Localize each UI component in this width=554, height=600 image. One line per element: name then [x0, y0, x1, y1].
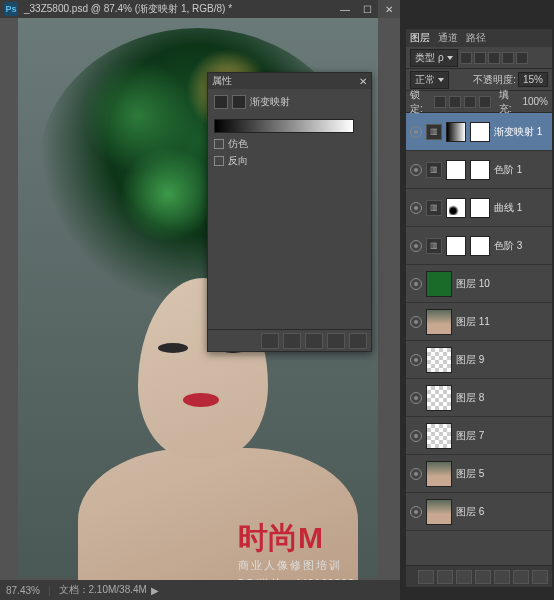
- new-layer-icon[interactable]: [513, 570, 529, 584]
- layer-thumb[interactable]: [426, 423, 452, 449]
- visibility-toggle-icon[interactable]: [410, 430, 422, 442]
- layer-row[interactable]: ▥色阶 3: [406, 227, 552, 265]
- gradient-preview[interactable]: [214, 119, 354, 133]
- minimize-button[interactable]: —: [334, 0, 356, 18]
- filter-adj-icon[interactable]: [474, 52, 486, 64]
- lock-pixels-icon[interactable]: [449, 96, 461, 108]
- visibility-toggle-icon[interactable]: [410, 468, 422, 480]
- layer-name-label[interactable]: 图层 6: [456, 505, 484, 519]
- delete-layer-icon[interactable]: [532, 570, 548, 584]
- layer-thumb[interactable]: [426, 271, 452, 297]
- link-layers-icon[interactable]: [418, 570, 434, 584]
- layer-row[interactable]: 图层 11: [406, 303, 552, 341]
- zoom-level[interactable]: 87.43%: [6, 585, 40, 596]
- layer-thumb[interactable]: [426, 499, 452, 525]
- reset-icon[interactable]: [305, 333, 323, 349]
- layer-row[interactable]: ▥渐变映射 1: [406, 113, 552, 151]
- layer-mask-thumb[interactable]: [470, 198, 490, 218]
- fill-input[interactable]: 100%: [522, 96, 548, 107]
- clip-layer-icon[interactable]: [261, 333, 279, 349]
- tab-channels[interactable]: 通道: [438, 31, 458, 45]
- layer-name-label[interactable]: 图层 11: [456, 315, 490, 329]
- blend-mode-dropdown[interactable]: 正常: [410, 71, 449, 89]
- visibility-toggle-icon[interactable]: [410, 164, 422, 176]
- filter-shape-icon[interactable]: [502, 52, 514, 64]
- mask-icon[interactable]: [232, 95, 246, 109]
- lock-position-icon[interactable]: [464, 96, 476, 108]
- layer-name-label[interactable]: 图层 9: [456, 353, 484, 367]
- layer-name-label[interactable]: 图层 5: [456, 467, 484, 481]
- delete-adjustment-icon[interactable]: [349, 333, 367, 349]
- layer-mask-thumb[interactable]: [470, 160, 490, 180]
- layer-name-label[interactable]: 曲线 1: [494, 201, 522, 215]
- titlebar[interactable]: Ps _33Z5800.psd @ 87.4% (渐变映射 1, RGB/8) …: [0, 0, 400, 18]
- view-previous-icon[interactable]: [283, 333, 301, 349]
- layer-mask-thumb[interactable]: [470, 236, 490, 256]
- filter-smart-icon[interactable]: [516, 52, 528, 64]
- panel-tabs[interactable]: 图层 通道 路径: [406, 29, 552, 47]
- properties-title: 属性: [212, 74, 232, 88]
- layers-panel[interactable]: 图层 通道 路径 类型 ρ 正常 不透明度: 15% 锁定: 填充: 100% …: [405, 28, 553, 588]
- reverse-checkbox[interactable]: [214, 156, 224, 166]
- layer-row[interactable]: ▥曲线 1: [406, 189, 552, 227]
- properties-header[interactable]: 属性 ✕: [208, 73, 371, 89]
- layer-row[interactable]: 图层 6: [406, 493, 552, 531]
- opacity-label: 不透明度:: [473, 73, 516, 87]
- layer-row[interactable]: 图层 5: [406, 455, 552, 493]
- layer-thumb[interactable]: [426, 461, 452, 487]
- layer-name-label[interactable]: 图层 8: [456, 391, 484, 405]
- adjustment-preview-thumb[interactable]: [446, 236, 466, 256]
- lock-transparency-icon[interactable]: [434, 96, 446, 108]
- close-button[interactable]: ✕: [378, 0, 400, 18]
- adjustment-thumb-icon[interactable]: ▥: [426, 124, 442, 140]
- layer-thumb[interactable]: [426, 347, 452, 373]
- fill-label: 填充:: [499, 88, 519, 116]
- adjustment-thumb-icon[interactable]: ▥: [426, 238, 442, 254]
- properties-close-icon[interactable]: ✕: [359, 76, 367, 87]
- adjustment-preview-thumb[interactable]: [446, 122, 466, 142]
- layer-name-label[interactable]: 渐变映射 1: [494, 125, 542, 139]
- layer-row[interactable]: 图层 7: [406, 417, 552, 455]
- adjustment-thumb-icon[interactable]: ▥: [426, 200, 442, 216]
- properties-panel[interactable]: 属性 ✕ 渐变映射 仿色 反向: [207, 72, 372, 352]
- visibility-toggle-icon[interactable]: [410, 316, 422, 328]
- filter-kind-dropdown[interactable]: 类型 ρ: [410, 49, 458, 67]
- layer-thumb[interactable]: [426, 309, 452, 335]
- layer-row[interactable]: 图层 8: [406, 379, 552, 417]
- new-group-icon[interactable]: [494, 570, 510, 584]
- layer-mask-icon[interactable]: [456, 570, 472, 584]
- layer-style-icon[interactable]: [437, 570, 453, 584]
- maximize-button[interactable]: ☐: [356, 0, 378, 18]
- visibility-toggle-icon[interactable]: [410, 506, 422, 518]
- layer-name-label[interactable]: 图层 7: [456, 429, 484, 443]
- lock-all-icon[interactable]: [479, 96, 491, 108]
- visibility-toggle-icon[interactable]: [410, 126, 422, 138]
- toggle-visibility-icon[interactable]: [327, 333, 345, 349]
- layer-name-label[interactable]: 色阶 3: [494, 239, 522, 253]
- visibility-toggle-icon[interactable]: [410, 278, 422, 290]
- layer-name-label[interactable]: 图层 10: [456, 277, 490, 291]
- dither-checkbox[interactable]: [214, 139, 224, 149]
- visibility-toggle-icon[interactable]: [410, 202, 422, 214]
- layer-thumb[interactable]: [426, 385, 452, 411]
- layer-row[interactable]: 图层 9: [406, 341, 552, 379]
- adjustment-preview-thumb[interactable]: [446, 160, 466, 180]
- gradient-map-icon: [214, 95, 228, 109]
- new-adjustment-icon[interactable]: [475, 570, 491, 584]
- tab-paths[interactable]: 路径: [466, 31, 486, 45]
- layer-row[interactable]: ▥色阶 1: [406, 151, 552, 189]
- filter-pixel-icon[interactable]: [460, 52, 472, 64]
- adjustment-thumb-icon[interactable]: ▥: [426, 162, 442, 178]
- layer-mask-thumb[interactable]: [470, 122, 490, 142]
- layers-list[interactable]: ▥渐变映射 1▥色阶 1▥曲线 1▥色阶 3图层 10图层 11图层 9图层 8…: [406, 113, 552, 531]
- visibility-toggle-icon[interactable]: [410, 354, 422, 366]
- layer-row[interactable]: 图层 10: [406, 265, 552, 303]
- adjustment-preview-thumb[interactable]: [446, 198, 466, 218]
- properties-footer: [208, 329, 371, 351]
- visibility-toggle-icon[interactable]: [410, 240, 422, 252]
- opacity-input[interactable]: 15%: [518, 72, 548, 87]
- tab-layers[interactable]: 图层: [410, 31, 430, 45]
- layer-name-label[interactable]: 色阶 1: [494, 163, 522, 177]
- visibility-toggle-icon[interactable]: [410, 392, 422, 404]
- filter-text-icon[interactable]: [488, 52, 500, 64]
